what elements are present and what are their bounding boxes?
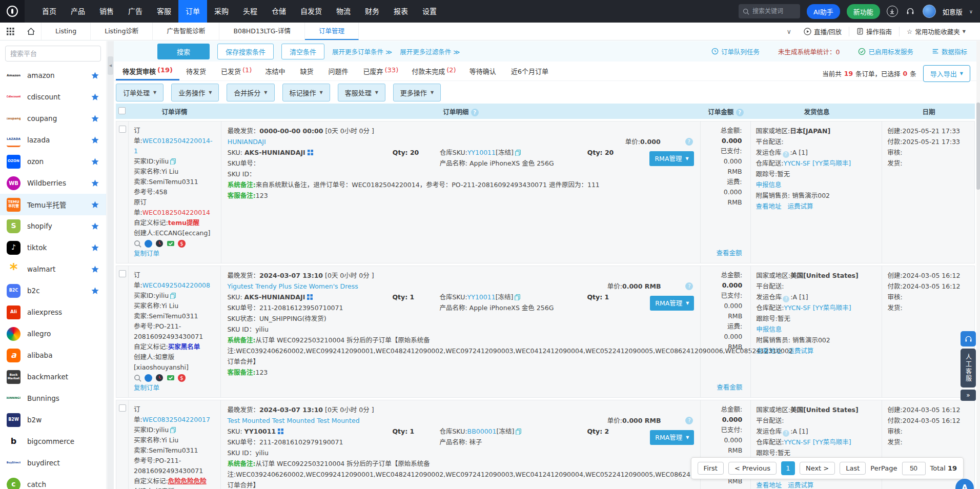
tab-listing-diagnosis[interactable]: Listing诊断 (91, 23, 153, 40)
topnav-item[interactable]: 自发货 (293, 0, 329, 23)
copy-order-link[interactable]: 复制订单 (134, 250, 159, 257)
status-tab-payment-incomplete[interactable]: 付款未完成(2) (405, 62, 462, 80)
tabs-chevron-down-icon[interactable]: ∨ (782, 28, 797, 35)
sidebar-item-cdiscount[interactable]: Cdiscount cdiscount (0, 86, 106, 108)
status-tab-to-ship[interactable]: 待发货 (179, 62, 214, 80)
cart-check-icon[interactable] (167, 239, 175, 248)
more-ops-button[interactable]: 更多操作▼ (393, 84, 441, 101)
tab-listing[interactable]: Listing (41, 23, 91, 40)
product-title-link[interactable]: Test Mounted Test Mounted Test Mounted (227, 415, 359, 426)
order-queue-task-link[interactable]: 订单队列任务 (711, 47, 760, 56)
sidebar-item-allegro[interactable]: allegro (0, 323, 106, 344)
select-all-checkbox[interactable] (118, 107, 126, 114)
pagination-next-button[interactable]: Next > (800, 462, 835, 475)
topnav-item[interactable]: 产品 (64, 0, 92, 23)
cart-check-icon[interactable] (167, 374, 175, 382)
question-icon[interactable]: ? (685, 138, 693, 146)
sidebar-item-b2w[interactable]: B2W b2w (0, 409, 106, 431)
status-tab-out-of-stock[interactable]: 缺货 (293, 62, 321, 80)
sku-group-icon[interactable] (308, 150, 313, 155)
warehouse-sku-link[interactable]: BB00001 (467, 427, 497, 435)
ai-assistant-button[interactable]: AI助手 (807, 4, 840, 19)
sidebar-item-shopify[interactable]: S shopify (0, 215, 106, 237)
product-title-link[interactable]: Yigutest Trendy Plus Size Women's Dress (227, 281, 358, 292)
apps-grid-icon[interactable] (0, 23, 21, 40)
sku-group-icon[interactable] (307, 294, 313, 300)
pagination-current-page[interactable]: 1 (781, 461, 795, 475)
favorites-menu[interactable]: ☆ 常用功能收藏夹 ▼ (899, 27, 973, 36)
topnav-item[interactable]: 财务 (358, 0, 386, 23)
clock-icon[interactable] (155, 239, 164, 248)
expand-order-conditions-link[interactable]: 展开更多订单条件 ≫ (332, 47, 392, 56)
sidebar-item-coupang[interactable]: coupang coupang (0, 108, 106, 129)
star-icon[interactable] (91, 243, 99, 252)
clock-icon[interactable] (155, 374, 164, 382)
star-icon[interactable] (91, 93, 99, 101)
question-icon[interactable]: ? (685, 417, 693, 424)
sidebar-item-tiktok[interactable]: ♪ tiktok (0, 237, 106, 258)
copy-order-link[interactable]: 复制订单 (134, 384, 159, 392)
expand-filter-conditions-link[interactable]: 展开更多过滤条件 ≫ (400, 47, 460, 56)
page-scrollbar[interactable] (976, 41, 980, 489)
copy-icon[interactable] (514, 294, 521, 300)
order-number-link[interactable]: WEC0492504220008 (142, 281, 210, 289)
star-icon[interactable] (91, 114, 99, 123)
human-service-button[interactable]: 人工客服 (961, 349, 976, 388)
sku-group-icon[interactable] (278, 429, 283, 434)
pagination-previous-button[interactable]: < Previous (728, 462, 777, 475)
topnav-item[interactable]: 物流 (329, 0, 358, 23)
sidebar-item-ozon[interactable]: OZON ozon (0, 151, 106, 172)
money-bag-icon[interactable]: $ (178, 374, 186, 382)
rma-manage-button[interactable]: RMA管理▼ (650, 296, 694, 311)
rma-manage-button[interactable]: RMA管理▼ (649, 151, 693, 166)
live-replay-link[interactable]: 直播/回放 (797, 27, 849, 36)
pagination-first-button[interactable]: First (698, 462, 724, 475)
chevron-down-icon[interactable]: ∨ (969, 9, 973, 14)
sidebar-item-bunnings[interactable]: BUNNINGS Bunnings (0, 388, 106, 409)
sidebar-item-alibaba[interactable]: a alibaba (0, 344, 106, 366)
home-icon[interactable] (21, 23, 41, 40)
topnav-item[interactable]: 报表 (386, 0, 415, 23)
save-search-button[interactable]: 保存搜索条件 (217, 44, 274, 59)
status-tab-pending-review[interactable]: 待发货审核(19) (116, 62, 179, 80)
user-avatar[interactable] (923, 5, 936, 18)
topnav-item[interactable]: 销售 (92, 0, 121, 23)
sidebar-item-amazon[interactable]: Amazon amazon (0, 65, 106, 86)
sidebar-item-bigcommerce[interactable]: b bigcommerce (0, 431, 106, 452)
sidebar-item-buydirect[interactable]: BuyDirect buydirect (0, 452, 106, 474)
rma-manage-button[interactable]: RMA管理▼ (650, 430, 694, 445)
warehouse-sku-link[interactable]: YY10011 (467, 149, 496, 156)
topnav-item[interactable]: 头程 (236, 0, 264, 23)
mark-ops-button[interactable]: 标记操作▼ (282, 84, 330, 101)
view-address-link[interactable]: 查看地址 (756, 201, 782, 212)
version-label[interactable]: 如意版 (943, 7, 963, 16)
star-icon[interactable] (91, 222, 99, 231)
topnav-item-orders-active[interactable]: 订单 (178, 0, 207, 23)
row-checkbox[interactable] (119, 404, 126, 412)
money-bag-icon[interactable]: $ (178, 240, 186, 248)
star-icon[interactable] (91, 179, 99, 188)
status-tab-awaiting-confirm[interactable]: 等待确认 (463, 62, 504, 80)
sidebar-item-backmarket[interactable]: Back Market backmarket (0, 366, 106, 388)
original-order-link[interactable]: WEC0182504220014 (142, 209, 210, 216)
declaration-link[interactable]: 申报信息 (756, 325, 782, 333)
freight-estimate-link[interactable]: 运费试算 (788, 480, 813, 489)
sidebar-item-b2c[interactable]: B2C b2c (0, 280, 106, 301)
order-number-link[interactable]: WEC0182504220014-1 (134, 137, 213, 155)
topnav-item[interactable]: 首页 (35, 0, 64, 23)
order-number-link[interactable]: WEC0832504220017 (142, 416, 210, 423)
status-tab-discarded[interactable]: 已废弃(33) (357, 62, 405, 80)
copy-icon[interactable] (170, 426, 176, 433)
customer-service-button[interactable]: 客服处理▼ (338, 84, 385, 101)
topnav-item[interactable]: 广告 (121, 0, 150, 23)
star-icon[interactable] (91, 71, 99, 80)
tab-ad-diagnosis[interactable]: 广告智能诊断 (153, 23, 219, 40)
question-icon[interactable]: ? (783, 296, 789, 302)
sidebar-item-catch[interactable]: c catch (0, 474, 106, 489)
collapse-right-button[interactable]: » (961, 390, 976, 401)
copy-icon[interactable] (170, 158, 176, 165)
view-address-link[interactable]: 查看地址 (756, 480, 782, 489)
order-process-button[interactable]: 订单处理▼ (116, 84, 164, 101)
merge-split-button[interactable]: 合并拆分▼ (227, 84, 274, 101)
sidebar-item-temu-active[interactable]: TEMU 半托管 Temu半托管 (0, 194, 106, 215)
